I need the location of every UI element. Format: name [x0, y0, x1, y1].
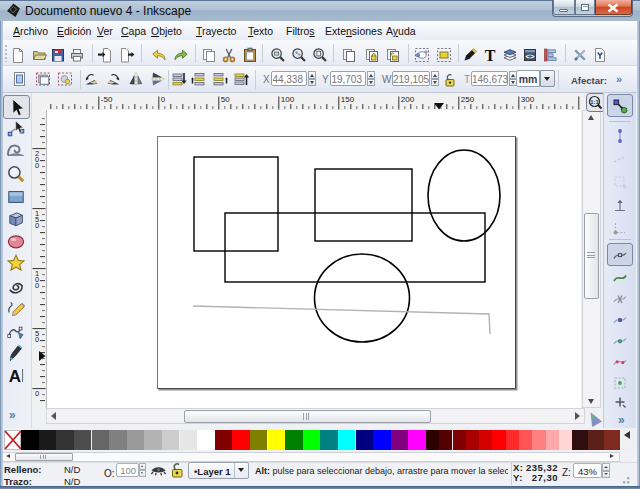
svg-text:150: 150 [341, 95, 355, 104]
svg-text:<>: <> [525, 53, 535, 61]
svg-text:50: 50 [221, 95, 230, 104]
svg-text:100: 100 [281, 95, 295, 104]
svg-text:0: 0 [35, 335, 39, 344]
svg-text:-50: -50 [101, 95, 113, 104]
svg-text:300: 300 [521, 95, 535, 104]
svg-text:0: 0 [35, 389, 39, 398]
svg-text:0: 0 [161, 95, 166, 104]
svg-text:T: T [485, 47, 496, 63]
svg-text:0: 0 [35, 281, 39, 290]
svg-text:1:1: 1:1 [590, 99, 599, 105]
svg-text:A: A [9, 367, 21, 384]
svg-text:250: 250 [461, 95, 475, 104]
svg-text:0: 0 [35, 221, 39, 230]
svg-text:0: 0 [35, 161, 39, 170]
svg-text:200: 200 [401, 95, 415, 104]
